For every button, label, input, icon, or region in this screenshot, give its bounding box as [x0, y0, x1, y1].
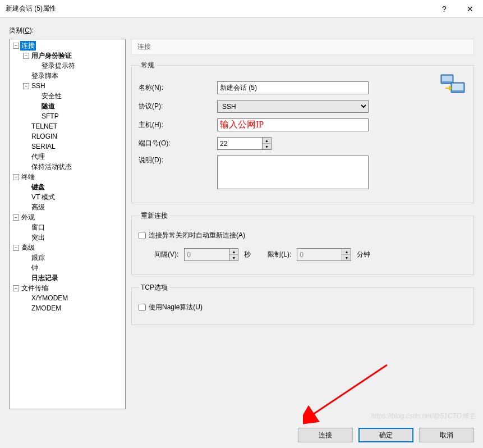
- tree-item-label: 高级: [30, 203, 46, 212]
- limit-spinner: ▲▼: [297, 248, 351, 261]
- tree-item-label: 用户身份验证: [30, 51, 73, 61]
- tree-item[interactable]: 日志记录: [10, 273, 125, 283]
- tree-item[interactable]: 安全性: [10, 91, 125, 101]
- spinner-up-icon[interactable]: ▲: [263, 138, 271, 144]
- tree-item[interactable]: 代理: [10, 152, 125, 162]
- port-input[interactable]: [217, 137, 262, 150]
- tree-item[interactable]: 登录提示符: [10, 61, 125, 71]
- svg-rect-3: [452, 84, 463, 90]
- auto-reconnect-label: 连接异常关闭时自动重新连接(A): [149, 231, 245, 240]
- tree-item-label: 键盘: [30, 182, 46, 192]
- interval-spinner: ▲▼: [184, 248, 238, 261]
- tree-item-label: 日志记录: [30, 273, 59, 283]
- interval-input: [184, 248, 229, 261]
- collapse-icon[interactable]: −: [13, 214, 19, 221]
- name-input[interactable]: [217, 81, 369, 94]
- collapse-icon[interactable]: −: [13, 245, 19, 251]
- tree-item-label: 隧道: [40, 102, 56, 111]
- tree-item[interactable]: −文件传输: [10, 283, 125, 293]
- tree-item[interactable]: −SSH: [10, 81, 125, 91]
- tree-item[interactable]: −终端: [10, 172, 125, 182]
- protocol-select[interactable]: SSH: [217, 100, 369, 113]
- spinner-up-icon: ▲: [342, 249, 351, 255]
- tree-item-label: TELNET: [30, 122, 58, 130]
- auto-reconnect-checkbox[interactable]: [139, 232, 146, 239]
- tree-item-label: SERIAL: [30, 143, 57, 150]
- limit-input: [297, 248, 342, 261]
- tree-item[interactable]: 保持活动状态: [10, 162, 125, 172]
- cancel-button[interactable]: 取消: [419, 428, 474, 442]
- tree-item-label: X/YMODEM: [30, 294, 69, 302]
- close-icon[interactable]: ✕: [457, 0, 483, 18]
- tree-item[interactable]: −连接: [10, 40, 125, 51]
- tree-item[interactable]: −外观: [10, 212, 125, 222]
- tree-item-label: 外观: [20, 213, 36, 222]
- nagle-label: 使用Nagle算法(U): [149, 303, 203, 312]
- port-spinner[interactable]: ▲▼: [217, 137, 272, 150]
- panel-title: 连接: [131, 39, 474, 55]
- collapse-icon[interactable]: −: [23, 83, 29, 89]
- interval-unit: 秒: [244, 250, 251, 259]
- category-tree[interactable]: −连接−用户身份验证登录提示符登录脚本−SSH安全性隧道SFTPTELNETRL…: [9, 39, 126, 409]
- collapse-icon[interactable]: −: [13, 285, 19, 291]
- protocol-label: 协议(P):: [139, 102, 217, 111]
- tree-item-label: 跟踪: [30, 253, 46, 263]
- spinner-down-icon: ▼: [229, 255, 238, 260]
- general-legend: 常规: [139, 61, 157, 70]
- tree-item[interactable]: X/YMODEM: [10, 293, 125, 303]
- titlebar: 新建会话 (5)属性 ? ✕: [0, 0, 483, 18]
- tree-item[interactable]: 键盘: [10, 182, 125, 192]
- tree-item[interactable]: 隧道: [10, 101, 125, 111]
- svg-rect-1: [442, 76, 452, 81]
- name-label: 名称(N):: [139, 83, 217, 93]
- tree-item[interactable]: RLOGIN: [10, 131, 125, 141]
- help-icon[interactable]: ?: [431, 0, 457, 18]
- desc-textarea[interactable]: [217, 156, 369, 189]
- tree-item-label: ZMODEM: [30, 304, 62, 312]
- tree-item[interactable]: −用户身份验证: [10, 51, 125, 61]
- spinner-up-icon: ▲: [229, 249, 238, 255]
- spinner-down-icon[interactable]: ▼: [263, 144, 271, 149]
- nagle-checkbox[interactable]: [139, 304, 146, 311]
- reconnect-legend: 重新连接: [139, 211, 170, 221]
- tree-item[interactable]: ZMODEM: [10, 303, 125, 313]
- tree-item-label: 代理: [30, 152, 46, 162]
- tree-item[interactable]: SFTP: [10, 111, 125, 121]
- tree-item[interactable]: SERIAL: [10, 141, 125, 152]
- tree-item[interactable]: 登录脚本: [10, 71, 125, 81]
- ok-button[interactable]: 确定: [358, 428, 413, 442]
- tree-item-label: 安全性: [40, 92, 63, 101]
- tree-item[interactable]: 突出: [10, 232, 125, 243]
- tree-item-label: RLOGIN: [30, 132, 58, 140]
- tree-item[interactable]: 窗口: [10, 222, 125, 232]
- host-input[interactable]: [217, 118, 369, 131]
- tree-item-label: VT 模式: [30, 193, 56, 202]
- tree-item-label: 连接: [20, 41, 36, 51]
- general-group: 常规 名称(N): 协议(P): SSH: [131, 61, 474, 203]
- tree-item[interactable]: VT 模式: [10, 192, 125, 202]
- tree-item-label: SSH: [30, 82, 47, 90]
- tree-item-label: 突出: [30, 233, 46, 243]
- tree-item[interactable]: 高级: [10, 202, 125, 212]
- collapse-icon[interactable]: −: [23, 53, 29, 59]
- collapse-icon[interactable]: −: [13, 174, 19, 180]
- spinner-down-icon: ▼: [342, 255, 351, 260]
- tree-item[interactable]: 跟踪: [10, 253, 125, 263]
- limit-unit: 分钟: [357, 250, 370, 259]
- interval-label: 间隔(V):: [154, 250, 178, 259]
- tree-item[interactable]: −高级: [10, 243, 125, 253]
- collapse-icon[interactable]: −: [13, 43, 19, 49]
- tree-item-label: 高级: [20, 243, 36, 253]
- tree-item-label: 文件传输: [20, 284, 49, 293]
- tree-item[interactable]: TELNET: [10, 121, 125, 131]
- tree-item-label: 窗口: [30, 223, 46, 232]
- port-label: 端口号(O):: [139, 139, 217, 148]
- connection-icon: [440, 74, 467, 96]
- window-title: 新建会话 (5)属性: [6, 4, 431, 13]
- tree-item-label: 保持活动状态: [30, 162, 73, 172]
- tree-item[interactable]: 钟: [10, 263, 125, 273]
- tree-item-label: 终端: [20, 172, 36, 182]
- tree-item-label: 登录提示符: [40, 61, 76, 71]
- connect-button[interactable]: 连接: [298, 428, 353, 442]
- watermark: https://blog.csdn.net/@51CTO博主: [371, 412, 475, 421]
